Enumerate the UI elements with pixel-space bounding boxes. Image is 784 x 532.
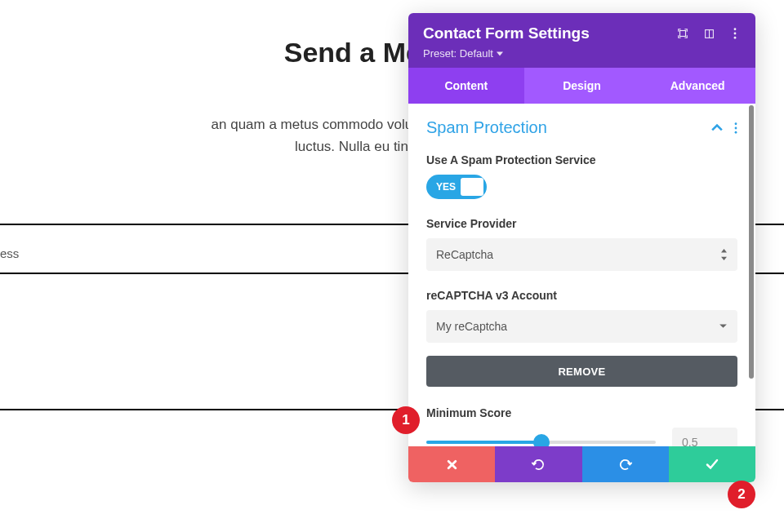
spam-toggle-label: Use A Spam Protection Service: [426, 153, 737, 166]
save-button[interactable]: [669, 446, 755, 482]
collapse-icon[interactable]: [711, 122, 723, 134]
caret-down-icon: [497, 51, 503, 57]
undo-icon: [532, 458, 546, 472]
header-icons: [677, 28, 741, 39]
annotation-step-2: 2: [728, 481, 755, 508]
tab-design[interactable]: Design: [524, 68, 640, 104]
panel-scrollbar[interactable]: [749, 105, 754, 379]
slider-thumb[interactable]: [535, 436, 548, 446]
undo-button[interactable]: [495, 446, 581, 482]
redo-icon: [618, 458, 632, 472]
svg-point-6: [735, 122, 737, 125]
provider-select[interactable]: [426, 238, 737, 271]
preset-label: Preset: Default: [423, 47, 493, 60]
min-score-value[interactable]: [672, 428, 737, 446]
svg-rect-0: [680, 31, 686, 37]
account-select[interactable]: [426, 310, 737, 343]
svg-point-3: [734, 28, 737, 30]
cancel-button[interactable]: [408, 446, 495, 482]
columns-icon[interactable]: [703, 28, 715, 39]
modal-footer: [408, 446, 755, 482]
settings-panel: Spam Protection Use A Spam Protection Se…: [408, 104, 755, 446]
settings-modal: Contact Form Settings Preset: Default Co…: [408, 13, 755, 482]
section-menu-icon[interactable]: [734, 122, 737, 134]
modal-header: Contact Form Settings Preset: Default: [408, 13, 755, 68]
svg-point-5: [734, 37, 737, 39]
min-score-slider[interactable]: [426, 434, 656, 446]
remove-button[interactable]: REMOVE: [426, 356, 737, 387]
modal-tabs: Content Design Advanced: [408, 68, 755, 104]
min-score-label: Minimum Score: [426, 406, 737, 419]
kebab-menu-icon[interactable]: [729, 28, 741, 39]
tab-content[interactable]: Content: [408, 68, 524, 104]
modal-title: Contact Form Settings: [423, 24, 590, 42]
svg-point-8: [735, 131, 737, 133]
tab-advanced[interactable]: Advanced: [639, 68, 755, 104]
slider-fill: [426, 441, 541, 444]
email-placeholder: ess: [0, 246, 19, 260]
section-header: Spam Protection: [426, 118, 737, 137]
svg-point-4: [734, 33, 737, 35]
section-title: Spam Protection: [426, 118, 547, 137]
preset-selector[interactable]: Preset: Default: [423, 47, 741, 60]
expand-icon[interactable]: [677, 28, 688, 39]
toggle-yes-label: YES: [436, 181, 456, 193]
redo-button[interactable]: [582, 446, 669, 482]
annotation-step-1: 1: [392, 406, 420, 434]
svg-point-7: [735, 126, 737, 129]
check-icon: [706, 458, 719, 471]
toggle-thumb: [461, 178, 483, 196]
account-label: reCAPTCHA v3 Account: [426, 289, 737, 302]
provider-label: Service Provider: [426, 217, 737, 230]
close-icon: [447, 459, 457, 470]
spam-protection-toggle[interactable]: YES: [426, 175, 487, 199]
